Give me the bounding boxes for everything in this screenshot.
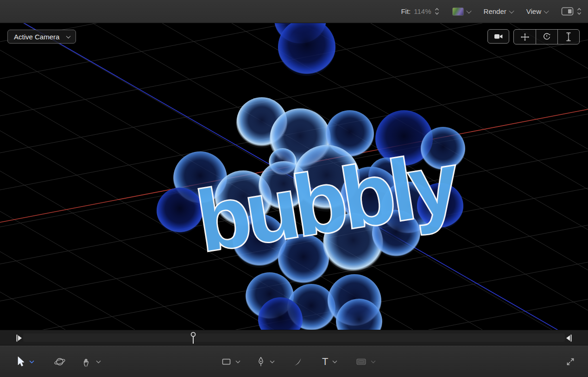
display-stepper-icon[interactable] [577,7,582,15]
bezier-tool-button[interactable] [256,346,275,377]
playhead-icon[interactable] [190,332,196,345]
render-chevron-icon [509,8,514,13]
rect-tool-chevron-icon [235,360,240,364]
camera-move-group [513,29,580,44]
pan-icon [520,33,530,41]
text-tool-button[interactable]: T [322,346,337,377]
camera-view-button[interactable] [487,29,509,44]
hand-tool-button[interactable] [82,346,101,377]
dolly-icon [564,32,573,41]
camera-menu-chevron-icon [66,34,71,38]
bezier-tool-chevron-icon [270,360,275,364]
fit-control[interactable]: Fit: 114% [401,7,439,15]
shape-tool-icon [356,358,367,366]
render-menu[interactable]: Render [484,7,513,15]
swatch-icon[interactable] [452,7,464,16]
camera-menu-button[interactable]: Active Camera [7,30,76,44]
transform-3d-tool-button[interactable] [54,346,66,377]
top-toolbar: Fit: 114% Render View [0,0,588,23]
swatch-chevron-icon [466,8,471,13]
view-menu[interactable]: View [526,7,548,15]
select-tool-button[interactable] [17,346,34,377]
fit-value: 114% [414,7,431,15]
orbit-view-button[interactable] [536,30,557,44]
render-menu-label: Render [484,7,506,15]
bottom-toolbar: T [0,346,588,377]
expand-button[interactable] [566,346,575,377]
rect-tool-button[interactable] [221,346,240,377]
expand-icon [566,357,575,366]
canvas-viewport[interactable]: bubbly Active Camera [0,23,588,330]
paint-stroke-tool-button[interactable] [293,346,303,377]
range-out-icon[interactable] [565,334,572,342]
select-tool-chevron-icon [29,360,34,364]
swatch-control[interactable] [452,7,471,16]
rect-tool-icon [221,357,231,366]
fit-stepper-icon[interactable] [435,7,439,15]
paint-stroke-tool-icon [293,357,303,367]
canvas-title-text: bubbly [191,134,465,270]
range-in-icon[interactable] [16,334,23,342]
display-control[interactable] [561,7,582,16]
bezier-tool-icon [256,357,266,367]
orbit-icon [542,32,551,41]
hand-tool-icon [82,357,92,367]
camera-icon [494,32,503,40]
shape-tool-button[interactable] [356,346,376,377]
fit-label: Fit: [401,7,411,15]
pan-view-button[interactable] [514,30,536,44]
view-tool-buttons [487,29,580,44]
text-tool-icon: T [322,357,328,367]
select-tool-icon [17,356,25,367]
dolly-view-button[interactable] [557,30,579,44]
view-chevron-icon [544,8,549,13]
transform-3d-icon [54,356,66,367]
camera-menu-label: Active Camera [14,33,59,41]
text-tool-chevron-icon [332,360,337,364]
view-menu-label: View [526,7,541,15]
scene-3d: bubbly [0,23,588,330]
timeline-track[interactable] [23,333,565,342]
mini-timeline[interactable] [0,330,588,346]
shape-tool-chevron-icon [371,360,376,364]
display-icon [561,7,574,16]
hand-tool-chevron-icon [96,360,101,364]
